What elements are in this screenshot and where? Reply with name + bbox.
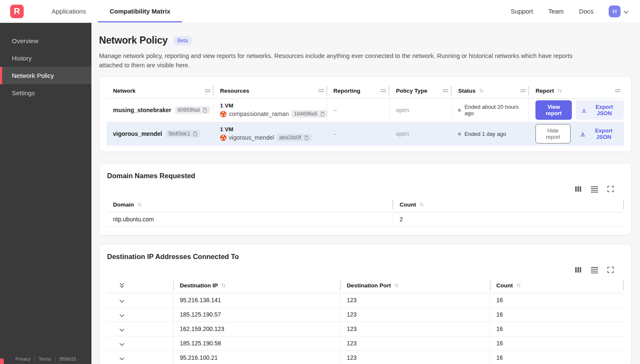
view-report-button[interactable]: View report [535, 100, 572, 120]
destination-ip-value: 95.216.138.141 [174, 293, 340, 307]
download-icon [580, 131, 586, 137]
column-resize-icon[interactable] [381, 88, 386, 93]
destination-table-header: Destination IP Destination Port Count [107, 278, 624, 293]
sort-icon[interactable] [557, 88, 563, 93]
main-content: Network Policy Beta Manage network polic… [91, 23, 640, 364]
column-resize-icon[interactable] [318, 88, 324, 93]
fullscreen-icon[interactable] [607, 186, 614, 193]
col-header-domain[interactable]: Domain [107, 197, 393, 212]
row-expander[interactable] [107, 308, 174, 322]
sort-icon[interactable] [221, 283, 226, 288]
destination-port-value: 123 [340, 293, 490, 307]
copy-icon[interactable] [319, 111, 325, 117]
export-json-button[interactable]: Export JSON [574, 124, 624, 143]
chevron-down-icon[interactable] [119, 341, 125, 346]
density-icon[interactable] [591, 186, 598, 193]
copy-icon[interactable] [192, 131, 198, 137]
chevron-down-icon[interactable] [119, 312, 125, 317]
destination-ip-value: 185.125.190.58 [174, 336, 340, 350]
sidebar-item-network-policy[interactable]: Network Policy [0, 67, 91, 84]
status-dot [458, 132, 461, 135]
corner-accent [0, 358, 4, 364]
col-header-count[interactable]: Count [490, 278, 624, 293]
vm-count: 1 VM [220, 102, 234, 109]
sidebar-item-overview[interactable]: Overview [0, 32, 91, 50]
chevron-down-icon[interactable] [119, 355, 125, 361]
vm-count: 1 VM [220, 126, 234, 132]
sidebar-footer: Privacy | Terms | 5f56b15 [0, 356, 91, 361]
destination-port-value: 123 [340, 336, 490, 350]
avatar[interactable]: H [609, 6, 621, 17]
nav-link-docs[interactable]: Docs [579, 8, 593, 15]
count-value: 16 [490, 351, 624, 364]
table-row: 95.216.138.141 123 16 [107, 293, 624, 308]
chevron-down-icon[interactable] [119, 298, 125, 303]
columns-icon[interactable] [575, 267, 582, 273]
network-table-card: Network Resources Reporting Policy Type [99, 76, 632, 152]
copy-icon[interactable] [303, 135, 309, 141]
reporting-value: – [327, 99, 390, 122]
column-resize-icon[interactable] [205, 88, 210, 93]
hide-report-button[interactable]: Hide report [535, 124, 570, 143]
expand-all-header[interactable] [107, 278, 174, 292]
col-header-destination-ip[interactable]: Destination IP [174, 278, 340, 293]
page-title: Network Policy [99, 35, 168, 46]
export-json-button[interactable]: Export JSON [576, 100, 624, 120]
nav-tab-applications[interactable]: Applications [40, 0, 98, 22]
col-header-resources[interactable]: Resources [214, 83, 327, 98]
destination-ip-value: 95.216.100.21 [174, 351, 340, 364]
network-id-pill[interactable]: 60959fad [175, 106, 210, 114]
sidebar-item-history[interactable]: History [0, 50, 91, 67]
col-header-policy-type[interactable]: Policy Type [389, 83, 452, 98]
col-header-destination-port[interactable]: Destination Port [340, 278, 490, 293]
double-chevron-down-icon[interactable] [119, 282, 125, 288]
destination-port-value: 123 [340, 351, 490, 364]
privacy-link[interactable]: Privacy [15, 356, 30, 361]
domain-names-card: Domain Names Requested Domain Count [99, 163, 632, 235]
user-menu[interactable]: H [609, 6, 629, 17]
network-id-pill[interactable]: 5bdf3dc1 [166, 130, 200, 138]
nav-tab-compatibility-matrix[interactable]: Compatibility Matrix [98, 0, 182, 22]
column-resize-icon[interactable] [615, 88, 621, 93]
resource-id-pill[interactable]: 184696a5 [291, 110, 328, 118]
density-icon[interactable] [591, 267, 598, 273]
sort-icon[interactable] [479, 88, 484, 93]
columns-icon[interactable] [575, 186, 582, 193]
col-header-count[interactable]: Count [393, 197, 624, 212]
fullscreen-icon[interactable] [607, 267, 614, 273]
ubuntu-icon [220, 111, 226, 117]
chevron-down-icon[interactable] [119, 326, 125, 332]
destination-ip-value: 185.125.190.57 [174, 308, 340, 322]
count-value: 16 [490, 293, 624, 307]
nav-link-team[interactable]: Team [548, 8, 564, 15]
card-title: Destination IP Addresses Connected To [107, 253, 624, 261]
table-row: 162.159.200.123 123 16 [107, 322, 624, 336]
row-expander[interactable] [107, 351, 174, 364]
col-header-network[interactable]: Network [107, 83, 214, 98]
network-table: Network Resources Reporting Policy Type [107, 83, 624, 146]
app-logo[interactable]: R [10, 5, 24, 18]
column-resize-icon[interactable] [443, 88, 448, 93]
destination-table: Destination IP Destination Port Count [107, 278, 624, 364]
table-row: 185.125.190.57 123 16 [107, 308, 624, 322]
sort-icon[interactable] [419, 202, 425, 207]
column-resize-icon[interactable] [520, 88, 526, 93]
sort-icon[interactable] [137, 202, 143, 207]
row-expander[interactable] [107, 336, 174, 350]
row-expander[interactable] [107, 293, 174, 307]
network-table-header: Network Resources Reporting Policy Type [107, 83, 624, 99]
col-header-report[interactable]: Report [529, 83, 624, 98]
row-expander[interactable] [107, 322, 174, 336]
terms-link[interactable]: Terms [39, 356, 51, 361]
resource-id-pill[interactable]: aba2dd3f [276, 134, 311, 141]
col-header-status[interactable]: Status [452, 83, 529, 98]
copy-icon[interactable] [201, 107, 207, 113]
sidebar-item-settings[interactable]: Settings [0, 84, 91, 102]
col-header-reporting[interactable]: Reporting [327, 83, 390, 98]
count-value: 16 [490, 308, 624, 322]
sort-icon[interactable] [516, 283, 521, 288]
primary-nav: Applications Compatibility Matrix [40, 0, 182, 22]
sort-icon[interactable] [394, 283, 399, 288]
nav-link-support[interactable]: Support [511, 8, 533, 15]
status-text: Ended about 20 hours ago [464, 104, 529, 116]
